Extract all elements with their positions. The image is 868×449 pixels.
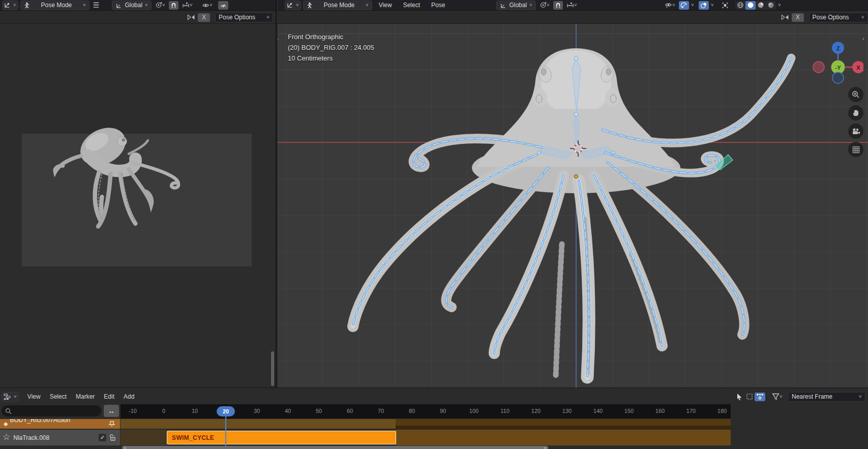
chevron-down-icon[interactable]: ∨ xyxy=(710,3,714,7)
track-row-action-channel[interactable]: ◆ BODY_RIG.007Action xyxy=(0,419,120,429)
menu-view[interactable]: View xyxy=(23,393,45,400)
markers-sync-toggle[interactable] xyxy=(755,393,765,401)
x-mirror-icon[interactable] xyxy=(781,14,789,21)
viewport-right-canvas[interactable]: ‹› ‹ xyxy=(278,24,868,387)
menu-select[interactable]: Select xyxy=(45,393,71,400)
viewport-left: ∨ Pose Mode ∨ ☰ Global ∨ ∨ ∨ ∨ xyxy=(0,0,277,387)
object-visibility-dropdown[interactable]: ∨ xyxy=(663,1,677,10)
camera-icon xyxy=(852,128,860,135)
snap-toggle[interactable] xyxy=(553,1,563,10)
transform-orientation-dropdown[interactable]: Global ∨ xyxy=(112,1,152,10)
snap-toggle[interactable] xyxy=(169,1,178,10)
show-overlays-toggle[interactable] xyxy=(699,1,709,10)
shading-wireframe-button[interactable] xyxy=(735,1,745,10)
nla-strip-label: SWIM_CYCLE xyxy=(172,434,214,441)
grid-scale-info: 10 Centimeters xyxy=(288,53,374,64)
octopus-preview-render xyxy=(0,24,276,387)
unlock-icon[interactable] xyxy=(109,434,116,441)
zoom-button[interactable] xyxy=(848,87,863,102)
hamburger-menu-icon[interactable]: ☰ xyxy=(92,1,101,10)
mirror-x-button[interactable]: X xyxy=(792,13,804,22)
filter-dropdown[interactable]: ∨ xyxy=(770,393,784,401)
editor-type-button[interactable]: ∨ xyxy=(2,1,18,10)
grid-icon xyxy=(852,146,860,154)
editor-type-button[interactable]: ∨ xyxy=(2,392,19,402)
mode-label: Pose Mode xyxy=(41,2,72,9)
menu-add[interactable]: Add xyxy=(119,393,139,400)
rendered-sphere-icon xyxy=(767,2,774,9)
nla-track-bg-left[interactable] xyxy=(121,430,167,445)
mode-dropdown[interactable]: Pose Mode ∨ xyxy=(20,1,89,10)
pivot-icon xyxy=(155,2,162,9)
current-frame-indicator[interactable]: 20 xyxy=(217,406,235,416)
snap-mode-label: Nearest Frame xyxy=(792,393,832,400)
editor-type-button[interactable]: ∨ xyxy=(285,1,301,10)
menu-view[interactable]: View xyxy=(374,2,397,9)
nla-track-bg-right[interactable] xyxy=(396,430,731,445)
menu-pose[interactable]: Pose xyxy=(427,2,450,9)
nla-strip-swim-cycle[interactable]: SWIM_CYCLE xyxy=(167,431,396,444)
pose-options-dropdown[interactable]: Pose Options ∨ xyxy=(215,13,273,22)
menu-edit[interactable]: Edit xyxy=(99,393,119,400)
ruler-tick: 10 xyxy=(192,408,198,414)
action-channel-strip-bg[interactable] xyxy=(121,419,396,429)
gizmos-toggle[interactable] xyxy=(218,1,228,10)
proportional-edit-dropdown[interactable]: ∨ xyxy=(181,1,194,10)
viewport-left-scrollbar[interactable] xyxy=(271,351,274,386)
scrollbar-handle-right[interactable] xyxy=(544,447,546,449)
chevron-down-icon: ∨ xyxy=(779,395,783,399)
chevron-down-icon[interactable]: ∨ xyxy=(777,3,782,7)
track-row-nlatrack[interactable]: ☆ NlaTrack.008 ✓ xyxy=(0,430,120,445)
pivot-point-dropdown[interactable]: ∨ xyxy=(538,1,551,10)
chevron-down-icon[interactable]: ∨ xyxy=(691,3,695,7)
pin-icon[interactable] xyxy=(108,421,116,427)
shading-solid-button[interactable] xyxy=(745,1,756,10)
mirror-x-button[interactable]: X xyxy=(198,13,210,22)
menu-select[interactable]: Select xyxy=(399,2,425,9)
chevron-down-icon: ∨ xyxy=(295,3,300,7)
xray-toggle[interactable] xyxy=(720,1,730,10)
pivot-point-dropdown[interactable]: ∨ xyxy=(154,1,167,10)
hand-icon xyxy=(852,109,860,117)
snap-mode-dropdown[interactable]: Nearest Frame ∨ xyxy=(788,392,865,402)
object-visibility-dropdown[interactable]: ∨ xyxy=(200,1,214,10)
chevron-down-icon: ∨ xyxy=(189,3,193,7)
nla-track-label: NlaTrack.008 xyxy=(13,434,49,441)
show-gizmo-toggle[interactable] xyxy=(679,1,689,10)
playhead[interactable] xyxy=(225,416,226,446)
viewport-left-canvas[interactable] xyxy=(0,24,276,387)
horizontal-scrollbar[interactable] xyxy=(122,446,548,449)
editor-3d-viewport-icon xyxy=(287,2,293,9)
gizmo-negz-ball xyxy=(832,72,844,83)
chevron-down-icon: ∨ xyxy=(266,15,270,19)
scrollbar-handle-left[interactable] xyxy=(124,447,126,449)
navigation-gizmo-negz[interactable] xyxy=(813,71,863,87)
channel-search-input[interactable] xyxy=(1,405,102,417)
action-channel-label: BODY_RIG.007Action xyxy=(10,419,70,424)
zoom-to-fit-button[interactable]: ↔ xyxy=(104,405,119,417)
pose-options-dropdown[interactable]: Pose Options ∨ xyxy=(809,13,868,22)
shading-rendered-button[interactable] xyxy=(766,1,776,10)
mode-dropdown[interactable]: Pose Mode ∨ xyxy=(303,1,372,10)
magnet-icon xyxy=(170,2,177,9)
pan-button[interactable] xyxy=(848,105,863,121)
ruler-tick: 40 xyxy=(285,408,291,414)
toggle-ortho-button[interactable] xyxy=(848,142,863,157)
ruler-tick: 80 xyxy=(409,408,415,414)
shading-material-button[interactable] xyxy=(756,1,766,10)
action-channel-strip-bg-right[interactable] xyxy=(396,419,731,429)
box-select-icon xyxy=(746,393,753,400)
ruler-tick: 70 xyxy=(378,408,384,414)
menu-marker[interactable]: Marker xyxy=(71,393,99,400)
ruler-tick: 160 xyxy=(655,408,665,414)
proportional-edit-dropdown[interactable]: ∨ xyxy=(565,1,579,10)
tweak-tool-button[interactable] xyxy=(734,393,744,401)
solo-star-icon[interactable]: ☆ xyxy=(3,432,10,442)
camera-view-button[interactable] xyxy=(848,124,863,139)
track-mute-checkbox[interactable]: ✓ xyxy=(99,434,106,441)
box-select-tool-button[interactable] xyxy=(744,393,755,401)
chevron-down-icon: ∨ xyxy=(144,3,148,7)
transform-orientation-dropdown[interactable]: Global ∨ xyxy=(496,1,536,10)
x-mirror-icon[interactable] xyxy=(187,14,195,21)
timeline-ruler[interactable]: -100103040506070809010011012013014015016… xyxy=(121,404,731,418)
